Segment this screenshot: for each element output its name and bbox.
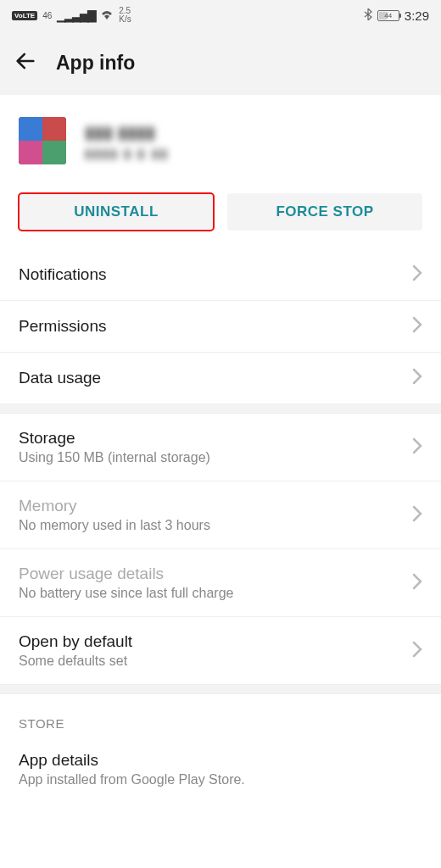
row-open-default[interactable]: Open by default Some defaults set	[0, 617, 441, 684]
status-right: 44 3:29	[364, 8, 429, 23]
chevron-right-icon	[412, 264, 422, 285]
page-title: App info	[56, 52, 135, 75]
signal-icon: ▁▂▃▅▇	[57, 8, 95, 22]
clock: 3:29	[405, 8, 429, 23]
settings-list-1: Notifications Permissions Data usage	[0, 249, 441, 403]
open-default-sub: Some defaults set	[19, 654, 132, 669]
chevron-right-icon	[412, 368, 422, 388]
settings-list-2: Storage Using 150 MB (internal storage) …	[0, 414, 441, 684]
app-icon	[19, 117, 66, 164]
chevron-right-icon	[412, 316, 422, 337]
bluetooth-icon	[364, 8, 372, 23]
force-stop-button[interactable]: FORCE STOP	[227, 193, 422, 231]
permissions-label: Permissions	[19, 317, 106, 336]
storage-label: Storage	[19, 429, 210, 448]
row-app-details[interactable]: App details App installed from Google Pl…	[0, 739, 441, 803]
back-arrow-icon[interactable]	[14, 49, 37, 76]
row-notifications[interactable]: Notifications	[0, 249, 441, 301]
app-name-blurred: ▮▮▮ ▮▮▮▮ ▮▮▮▮ ▮ ▮ ▮▮	[85, 120, 169, 162]
memory-sub: No memory used in last 3 hours	[19, 518, 210, 533]
store-header: STORE	[0, 694, 441, 739]
memory-label: Memory	[19, 497, 210, 515]
section-divider	[0, 684, 441, 694]
row-data-usage[interactable]: Data usage	[0, 353, 441, 403]
uninstall-button[interactable]: UNINSTALL	[19, 193, 214, 231]
app-details-sub: App installed from Google Play Store.	[19, 772, 245, 787]
notifications-label: Notifications	[19, 265, 107, 284]
row-permissions[interactable]: Permissions	[0, 301, 441, 353]
chevron-right-icon	[412, 437, 422, 458]
battery-icon: 44	[377, 10, 399, 21]
app-header: ▮▮▮ ▮▮▮▮ ▮▮▮▮ ▮ ▮ ▮▮	[0, 95, 441, 183]
row-power[interactable]: Power usage details No battery use since…	[0, 549, 441, 617]
wifi-icon	[100, 8, 114, 22]
power-sub: No battery use since last full charge	[19, 586, 233, 601]
status-bar: VoLTE 46 ▁▂▃▅▇ 2.5 K/s 44 3:29	[0, 0, 441, 31]
row-memory[interactable]: Memory No memory used in last 3 hours	[0, 481, 441, 549]
app-details-label: App details	[19, 751, 245, 770]
power-label: Power usage details	[19, 565, 233, 583]
store-list: App details App installed from Google Pl…	[0, 739, 441, 803]
section-divider	[0, 403, 441, 414]
chevron-right-icon	[412, 573, 422, 593]
network-speed: 2.5 K/s	[119, 7, 131, 24]
volte-badge: VoLTE	[12, 11, 37, 20]
storage-sub: Using 150 MB (internal storage)	[19, 450, 210, 465]
network-gen: 46	[42, 11, 52, 20]
chevron-right-icon	[412, 505, 422, 526]
data-usage-label: Data usage	[19, 369, 101, 387]
open-default-label: Open by default	[19, 632, 132, 651]
row-storage[interactable]: Storage Using 150 MB (internal storage)	[0, 414, 441, 481]
action-buttons: UNINSTALL FORCE STOP	[0, 183, 441, 249]
status-left: VoLTE 46 ▁▂▃▅▇ 2.5 K/s	[12, 7, 131, 24]
chevron-right-icon	[412, 641, 422, 661]
header: App info	[0, 31, 441, 95]
